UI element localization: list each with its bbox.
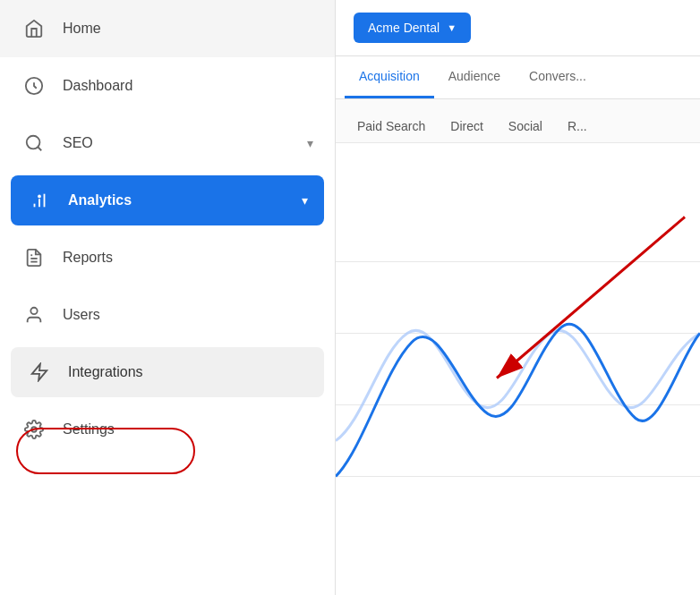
reports-icon [21, 245, 47, 270]
top-bar: Acme Dental ▼ [336, 0, 700, 56]
seo-icon [21, 131, 47, 156]
sidebar-item-dashboard[interactable]: Dashboard [0, 57, 335, 115]
tab-acquisition[interactable]: Acquisition [345, 56, 434, 98]
sidebar-item-analytics[interactable]: Analytics ▾ [11, 175, 324, 225]
main-tabs: Acquisition Audience Convers... [336, 56, 700, 99]
sub-tab-paid-search[interactable]: Paid Search [345, 110, 438, 142]
home-icon [21, 16, 47, 41]
svg-point-3 [38, 195, 41, 199]
seo-chevron-icon: ▾ [307, 136, 313, 150]
sidebar-item-integrations-label: Integrations [68, 364, 308, 380]
sidebar-item-seo[interactable]: SEO ▾ [0, 115, 335, 172]
sidebar-item-users[interactable]: Users [0, 286, 335, 344]
sidebar-item-settings[interactable]: Settings [0, 401, 335, 458]
sidebar-item-settings-label: Settings [63, 421, 313, 438]
svg-point-6 [30, 308, 37, 314]
sidebar-item-users-label: Users [63, 307, 313, 323]
svg-marker-7 [32, 364, 47, 380]
settings-icon [21, 417, 47, 442]
integrations-icon [27, 360, 52, 385]
sub-tab-referral[interactable]: R... [555, 110, 600, 142]
dashboard-icon [21, 73, 47, 98]
sub-tab-social[interactable]: Social [496, 110, 555, 142]
sidebar-item-analytics-label: Analytics [68, 192, 302, 208]
dropdown-caret-icon: ▼ [447, 22, 457, 33]
sidebar-item-reports[interactable]: Reports [0, 229, 335, 286]
chart-area [336, 143, 700, 595]
sub-tab-direct[interactable]: Direct [438, 110, 496, 142]
sidebar-item-home-label: Home [63, 21, 313, 37]
sub-tabs: Paid Search Direct Social R... [336, 99, 700, 143]
tab-conversions[interactable]: Convers... [515, 56, 601, 98]
users-icon [21, 302, 47, 327]
svg-line-2 [38, 147, 41, 150]
sidebar-item-home[interactable]: Home [0, 0, 335, 57]
analytics-icon [27, 188, 52, 213]
sidebar-item-reports-label: Reports [63, 250, 313, 266]
main-content: Acme Dental ▼ Acquisition Audience Conve… [336, 0, 700, 595]
account-dropdown[interactable]: Acme Dental ▼ [354, 13, 471, 43]
account-name: Acme Dental [368, 21, 440, 35]
sidebar-item-dashboard-label: Dashboard [63, 78, 313, 94]
svg-point-8 [31, 427, 37, 432]
tab-audience[interactable]: Audience [434, 56, 515, 98]
svg-point-1 [27, 136, 40, 149]
sidebar: Home Dashboard SEO ▾ [0, 0, 336, 595]
sidebar-item-seo-label: SEO [63, 135, 307, 151]
analytics-chevron-icon: ▾ [302, 193, 308, 208]
sidebar-item-integrations[interactable]: Integrations [11, 347, 324, 397]
line-chart [336, 152, 700, 586]
